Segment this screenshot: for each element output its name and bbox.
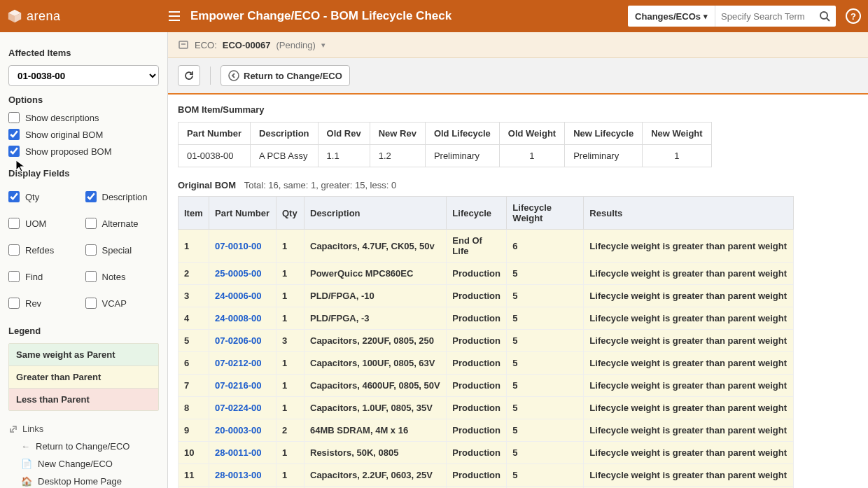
page-title: Empower Change/ECO - BOM Lifecycle Check [190, 9, 628, 23]
checkbox[interactable] [8, 244, 20, 256]
col-part: Part Number [209, 197, 276, 230]
field-label: Alternate [102, 218, 139, 229]
cell-results: Lifecycle weight is greater than parent … [584, 419, 794, 442]
cell-item: 6 [178, 352, 209, 375]
part-link[interactable]: 28-0011-00 [215, 447, 262, 458]
cell-lc: Production [447, 307, 507, 330]
checkbox[interactable] [8, 218, 20, 229]
chevron-down-icon[interactable]: ▾ [321, 41, 326, 50]
field-alternate[interactable]: Alternate [85, 218, 160, 229]
checkbox[interactable] [85, 218, 97, 229]
search-group: Changes/ECOs ▾ [628, 6, 836, 27]
checkbox[interactable] [8, 112, 20, 123]
col-newlc: New Lifecycle [565, 123, 643, 145]
checkbox[interactable] [85, 271, 97, 282]
hamburger-icon[interactable] [168, 10, 181, 22]
cell-qty: 1 [276, 263, 304, 285]
bom-summary-title: BOM Item/Summary [178, 104, 858, 115]
links-label: Links [8, 424, 159, 434]
refresh-button[interactable] [178, 65, 200, 86]
part-link[interactable]: 07-0216-00 [215, 380, 262, 391]
legend-greater: Greater than Parent [9, 366, 158, 389]
col-newrev: New Rev [370, 123, 425, 145]
option-show-proposed-bom[interactable]: Show proposed BOM [8, 146, 159, 157]
cell-part: 07-0010-00 [209, 230, 276, 263]
part-link[interactable]: 28-0013-00 [215, 470, 262, 480]
cell-lcwt: 5 [507, 263, 584, 285]
cell-results: Lifecycle weight is greater than parent … [584, 464, 794, 487]
field-vcap[interactable]: VCAP [85, 298, 160, 309]
search-icon[interactable] [813, 11, 836, 22]
table-header-row: Part Number Description Old Rev New Rev … [178, 123, 712, 145]
part-link[interactable]: 25-0005-00 [215, 268, 262, 279]
cell-lcwt: 5 [507, 330, 584, 352]
option-label: Show original BOM [25, 130, 103, 140]
cell-lc: Production [447, 285, 507, 307]
part-link[interactable]: 07-0224-00 [215, 403, 262, 413]
button-label: Return to Change/ECO [244, 71, 342, 81]
field-label: Description [102, 192, 148, 202]
field-label: VCAP [102, 298, 127, 309]
field-description[interactable]: Description [85, 191, 160, 202]
cell-part: 07-0224-00 [209, 397, 276, 419]
part-link[interactable]: 07-0010-00 [215, 241, 262, 251]
cell-lcwt: 5 [507, 285, 584, 307]
part-link[interactable]: 07-0212-00 [215, 358, 262, 368]
link-desktop-home[interactable]: 🏠Desktop Home Page [21, 476, 159, 487]
legend-less: Less than Parent [9, 389, 158, 410]
checkbox[interactable] [85, 191, 97, 202]
cell-results: Lifecycle weight is greater than parent … [584, 285, 794, 307]
part-link[interactable]: 24-0008-00 [215, 313, 262, 323]
checkbox[interactable] [8, 298, 20, 309]
link-label: Return to Change/ECO [36, 441, 130, 452]
return-to-change-button[interactable]: Return to Change/ECO [220, 65, 350, 86]
checkbox[interactable] [8, 191, 20, 202]
cell-qty: 1 [276, 230, 304, 263]
logo[interactable]: arena [7, 8, 168, 24]
checkbox[interactable] [8, 129, 20, 140]
legend-box: Same weight as Parent Greater than Paren… [8, 343, 159, 411]
checkbox[interactable] [8, 146, 20, 157]
search-scope-dropdown[interactable]: Changes/ECOs ▾ [628, 6, 715, 27]
checkbox[interactable] [85, 244, 97, 256]
breadcrumb: ECO: ECO-00067 (Pending) ▾ [168, 32, 868, 58]
cell-item: 8 [178, 397, 209, 419]
field-uom[interactable]: UOM [8, 218, 83, 229]
checkbox[interactable] [8, 271, 20, 282]
col-lcwt: Lifecycle Weight [507, 197, 584, 230]
field-refdes[interactable]: Refdes [8, 244, 83, 256]
cube-icon [7, 8, 22, 24]
option-show-descriptions[interactable]: Show descriptions [8, 112, 159, 123]
help-icon[interactable]: ? [846, 8, 861, 24]
field-special[interactable]: Special [85, 244, 160, 256]
cell-results: Lifecycle weight is greater than parent … [584, 375, 794, 397]
field-find[interactable]: Find [8, 271, 83, 282]
cell-oldlc: Preliminary [425, 145, 499, 167]
cell-item: 5 [178, 330, 209, 352]
original-bom-stats: Total: 16, same: 1, greater: 15, less: 0 [244, 180, 397, 190]
col-part: Part Number [178, 123, 251, 145]
cell-part: 01-0038-00 [178, 145, 251, 167]
field-qty[interactable]: Qty [8, 191, 83, 202]
col-newwt: New Weight [643, 123, 711, 145]
table-row: 920-0003-00264MB SDRAM, 4M x 16Productio… [178, 419, 794, 442]
field-rev[interactable]: Rev [8, 298, 83, 309]
cell-lc: Production [447, 419, 507, 442]
checkbox[interactable] [85, 298, 97, 309]
field-notes[interactable]: Notes [85, 271, 160, 282]
cell-part: 24-0006-00 [209, 285, 276, 307]
part-link[interactable]: 07-0206-00 [215, 335, 262, 346]
cell-item: 1 [178, 230, 209, 263]
col-qty: Qty [276, 197, 304, 230]
part-link[interactable]: 24-0006-00 [215, 291, 262, 301]
part-link[interactable]: 20-0003-00 [215, 425, 262, 435]
search-input[interactable] [715, 11, 813, 22]
link-new-change[interactable]: 📄New Change/ECO [21, 459, 159, 469]
field-label: Notes [102, 272, 126, 282]
affected-items-select[interactable]: 01-0038-00 [8, 65, 159, 86]
link-return-to-change[interactable]: ←Return to Change/ECO [21, 441, 159, 452]
chevron-down-icon: ▾ [704, 12, 708, 21]
option-show-original-bom[interactable]: Show original BOM [8, 129, 159, 140]
cell-desc: Capacitors, 4.7UF, CK05, 50v [304, 230, 447, 263]
cell-lcwt: 5 [507, 397, 584, 419]
